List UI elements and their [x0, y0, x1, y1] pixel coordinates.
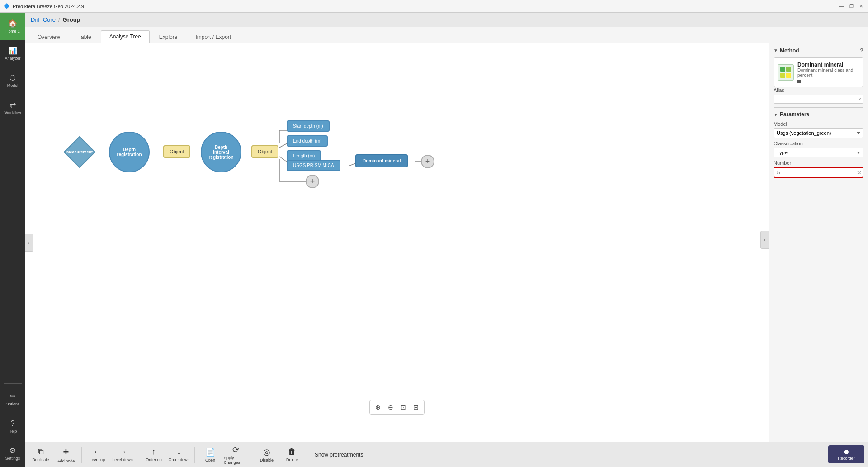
number-clear-button[interactable]: ✕ — [857, 169, 862, 176]
tab-overview[interactable]: Overview — [29, 31, 69, 43]
node-measurement[interactable]: Measurement — [64, 136, 95, 168]
parameters-collapse-arrow[interactable]: ▼ — [774, 112, 778, 117]
zoom-controls: ⊕ ⊖ ⊡ ⊟ — [369, 400, 425, 415]
sidebar-analyzer-label: Analyzer — [5, 56, 20, 61]
collapse-left-handle[interactable]: › — [25, 234, 33, 252]
method-card: Dominant mineral Dominant mineral class … — [774, 57, 863, 87]
classification-select[interactable]: Type — [774, 148, 863, 157]
tab-bar: Overview Table Analyse Tree Explore Impo… — [25, 27, 868, 43]
level-up-icon: ← — [93, 447, 101, 457]
right-panel: ▼ Method ? Dominan — [769, 43, 868, 442]
method-section-title: Method — [780, 48, 799, 54]
node-object-2-label: Object — [258, 149, 272, 154]
apply-changes-label: Apply Changes — [224, 456, 247, 465]
node-dominant-mineral-label: Dominant mineral — [363, 158, 401, 163]
node-depth-registration[interactable]: Depthregistration — [109, 132, 150, 172]
alias-clear-button[interactable]: ✕ — [858, 96, 862, 102]
node-object-1[interactable]: Object — [163, 145, 190, 158]
tab-explore[interactable]: Explore — [151, 31, 186, 43]
node-start-depth-label: Start depth (m) — [293, 124, 323, 129]
method-collapse-arrow[interactable]: ▼ — [774, 48, 778, 53]
level-down-button[interactable]: → Level down — [111, 444, 134, 466]
zoom-out-button[interactable]: ⊖ — [385, 402, 396, 413]
sidebar-item-model[interactable]: ⬡ Model — [0, 67, 25, 94]
collapse-right-handle[interactable]: › — [760, 231, 769, 249]
delete-button[interactable]: 🗑 Delete — [280, 444, 304, 466]
add-node-button-2[interactable]: + — [306, 175, 319, 188]
number-input[interactable] — [774, 167, 863, 178]
sidebar-item-analyzer[interactable]: 📊 Analyzer — [0, 40, 25, 67]
sidebar-item-help[interactable]: ? Help — [0, 413, 25, 440]
parameters-section-title: Parameters — [780, 111, 809, 118]
sidebar-home-label: Home 1 — [5, 29, 20, 33]
level-up-button[interactable]: ← Level up — [85, 444, 109, 466]
parameters-section: ▼ Parameters Model Usgs (vegetation_gree… — [769, 108, 868, 181]
svg-rect-14 — [786, 67, 791, 72]
number-input-wrapper: ✕ — [774, 167, 863, 178]
tab-analyse-tree[interactable]: Analyse Tree — [101, 30, 150, 43]
node-dominant-mineral[interactable]: Dominant mineral — [355, 154, 408, 167]
alias-input-wrapper: ✕ — [774, 95, 863, 104]
zoom-in-button[interactable]: ⊕ — [373, 402, 383, 413]
workflow-svg — [25, 43, 769, 442]
method-indicator — [797, 80, 801, 83]
parameters-header-left: ▼ Parameters — [774, 111, 809, 118]
node-end-depth-label: End depth (m) — [293, 138, 321, 143]
classification-select-wrapper: Type — [774, 148, 863, 157]
title-bar-controls: — ❐ ✕ — [838, 3, 864, 10]
close-button[interactable]: ✕ — [858, 3, 864, 10]
sidebar-item-settings[interactable]: ⚙ Settings — [0, 440, 25, 467]
delete-label: Delete — [286, 457, 298, 462]
home-icon: 🏠 — [8, 19, 17, 28]
duplicate-button[interactable]: ⧉ Duplicate — [29, 444, 52, 466]
restore-button[interactable]: ❐ — [848, 3, 854, 10]
disable-icon: ◎ — [263, 447, 270, 457]
level-down-icon: → — [118, 447, 127, 457]
sidebar-options-label: Options — [5, 402, 19, 406]
method-header-left: ▼ Method — [774, 48, 799, 54]
toolbar-separator-1 — [81, 447, 82, 463]
open-button[interactable]: 📄 Open — [198, 444, 222, 466]
node-length-label: Length (m) — [293, 153, 315, 158]
order-down-icon: ↓ — [177, 447, 181, 457]
method-help-icon[interactable]: ? — [860, 47, 863, 54]
method-section-header: ▼ Method ? — [774, 47, 863, 54]
node-end-depth[interactable]: End depth (m) — [287, 135, 328, 147]
order-down-label: Order down — [168, 457, 189, 462]
zoom-reset-button[interactable]: ⊟ — [410, 402, 421, 413]
disable-label: Disable — [260, 458, 274, 462]
toolbar: ⧉ Duplicate + Add node ← Level up → Leve… — [25, 442, 868, 467]
alias-input[interactable] — [774, 95, 863, 104]
apply-changes-button[interactable]: ⟳ Apply Changes — [224, 444, 247, 466]
node-depth-registration-label: Depthregistration — [117, 147, 142, 157]
minimize-button[interactable]: — — [838, 3, 844, 10]
sidebar: 🏠 Home 1 📊 Analyzer ⬡ Model ⇄ Workflow ✏… — [0, 13, 25, 467]
show-pretreatments-label: Show pretreatments — [315, 452, 363, 458]
model-select[interactable]: Usgs (vegetation_green) — [774, 128, 863, 138]
workflow-icon: ⇄ — [10, 100, 16, 109]
level-up-label: Level up — [90, 457, 105, 462]
order-up-button[interactable]: ↑ Order up — [142, 444, 165, 466]
node-start-depth[interactable]: Start depth (m) — [287, 120, 330, 132]
workflow-canvas[interactable]: › — [25, 43, 769, 442]
toolbar-separator-4 — [251, 447, 251, 463]
add-node-button-1[interactable]: + — [421, 155, 434, 168]
node-usgs-prism[interactable]: USGS PRISM MICA — [287, 160, 340, 171]
recorder-button[interactable]: ⏺ Recorder — [828, 445, 864, 463]
node-depth-interval[interactable]: Depthintervalregistration — [201, 132, 241, 172]
zoom-fit-button[interactable]: ⊡ — [398, 402, 409, 413]
tab-import-export[interactable]: Import / Export — [187, 31, 240, 43]
node-object-2[interactable]: Object — [251, 145, 278, 158]
node-measurement-label: Measurement — [64, 136, 95, 168]
sidebar-item-workflow[interactable]: ⇄ Workflow — [0, 94, 25, 121]
node-object-1-label: Object — [170, 149, 184, 154]
breadcrumb-parent[interactable]: Dril_Core — [31, 16, 56, 23]
sidebar-item-options[interactable]: ✏ Options — [0, 386, 25, 413]
disable-button[interactable]: ◎ Disable — [255, 444, 278, 466]
svg-rect-15 — [780, 73, 785, 78]
sidebar-item-home[interactable]: 🏠 Home 1 — [0, 13, 25, 40]
order-up-icon: ↑ — [152, 447, 156, 457]
tab-table[interactable]: Table — [70, 31, 100, 43]
order-down-button[interactable]: ↓ Order down — [167, 444, 191, 466]
add-node-toolbar-button[interactable]: + Add node — [54, 444, 78, 466]
